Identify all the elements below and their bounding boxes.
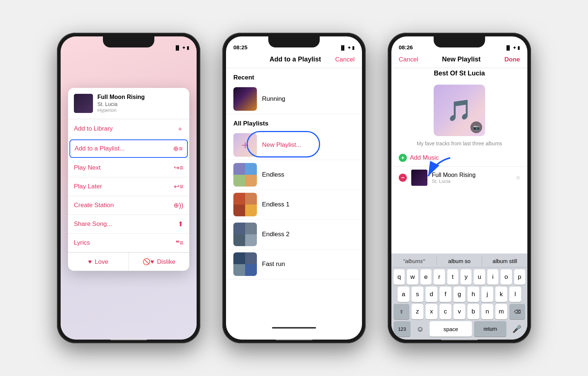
phone-3-screen: 08:26 ▐▌ ✦ ▮ Cancel New Playlist Done Be… [391, 36, 527, 340]
lyrics-icon: ❝≡ [176, 239, 183, 247]
running-label: Running [262, 95, 285, 103]
heart-icon: ♥ [88, 258, 92, 266]
new-playlist-item[interactable]: ＋ New Playlist... [226, 130, 362, 160]
lyrics-item[interactable]: Lyrics ❝≡ [68, 234, 189, 252]
key-b[interactable]: b [467, 304, 479, 319]
key-shift[interactable]: ⇧ [394, 304, 409, 319]
plus-icon: ＋ [177, 124, 183, 133]
fastrun-label: Fast run [262, 260, 285, 268]
playlist-title: Best Of St Lucia [391, 68, 527, 80]
key-l[interactable]: l [509, 287, 521, 302]
key-v[interactable]: v [453, 304, 465, 319]
thumb-cell-11 [233, 234, 245, 246]
key-r[interactable]: r [434, 269, 445, 285]
thumb-cell-8 [245, 205, 257, 216]
nav-title-3: New Playlist [442, 56, 481, 63]
remove-track-button[interactable]: − [399, 174, 407, 182]
key-f[interactable]: f [440, 287, 451, 302]
thumb-cell-13 [233, 252, 245, 264]
phone-2: 08:25 ▐▌ ✦ ▮ Add to a Playlist Cancel Re… [222, 33, 366, 343]
playlist-add-icon: ⊕≡ [173, 145, 183, 153]
thumb-cell-6 [245, 193, 257, 205]
thumb-cell-12 [245, 234, 257, 246]
kb-row-1: q w e r t y u i o p [391, 267, 527, 285]
key-n[interactable]: n [481, 304, 493, 319]
add-to-playlist-item[interactable]: Add to a Playlist... ⊕≡ [69, 139, 188, 158]
thumb-cell-10 [245, 223, 257, 234]
key-m[interactable]: m [495, 304, 507, 319]
add-music-label: Add Music [410, 154, 439, 162]
status-icons-2: ▐▌ ✦ ▮ [340, 45, 355, 50]
mic-key[interactable]: 🎤 [509, 324, 525, 333]
key-t[interactable]: t [447, 269, 458, 285]
key-e[interactable]: e [420, 269, 431, 285]
status-icons-3: ▐▌ ✦ ▮ [505, 45, 520, 50]
key-j[interactable]: j [481, 287, 493, 302]
key-w[interactable]: w [407, 269, 418, 285]
keyboard: "albums" album so album still q w e r t … [391, 253, 527, 340]
key-k[interactable]: k [495, 287, 507, 302]
key-i[interactable]: i [487, 269, 498, 285]
endless-item[interactable]: Endless [226, 160, 362, 190]
endless1-item[interactable]: Endless 1 [226, 190, 362, 220]
love-button[interactable]: ♥ Love [68, 253, 129, 271]
dislike-label: Dislike [157, 258, 175, 266]
key-d[interactable]: d [426, 287, 437, 302]
home-indicator-1 [110, 339, 147, 340]
key-g[interactable]: g [453, 287, 465, 302]
add-library-label: Add to Library [74, 125, 113, 132]
emoji-key[interactable]: ☺ [413, 325, 427, 333]
playlist-description: My fave tracks from last three albums [391, 141, 527, 149]
share-song-item[interactable]: Share Song... ⬆ [68, 215, 189, 234]
dislike-icon: 🚫♥ [143, 258, 154, 266]
thumb-cell-14 [245, 252, 257, 264]
thumb-cell-7 [233, 205, 245, 216]
thumb-cell-9 [233, 223, 245, 234]
new-playlist-label: New Playlist... [262, 141, 301, 149]
cancel-button-3[interactable]: Cancel [399, 56, 418, 63]
track-row: − Full Moon Rising St. Lucia ≡ [391, 167, 527, 189]
endless2-item[interactable]: Endless 2 [226, 220, 362, 249]
key-o[interactable]: o [501, 269, 512, 285]
phone-1-screen: ▐▌ ✦ ▮ ▶ Full Moon Rising St. Lucia Hype… [61, 36, 197, 340]
kb-row-3: ⇧ z x c v b n m ⌫ [391, 302, 527, 319]
add-to-library-item[interactable]: Add to Library ＋ [68, 119, 189, 139]
autocomplete-item-3[interactable]: album still [482, 256, 527, 266]
dislike-button[interactable]: 🚫♥ Dislike [129, 253, 190, 271]
fastrun-item[interactable]: Fast run [226, 249, 362, 279]
key-u[interactable]: u [474, 269, 485, 285]
recent-header: Recent [226, 68, 362, 84]
camera-icon: 📷 [470, 121, 482, 133]
recent-running-item[interactable]: Running [226, 84, 362, 114]
create-station-item[interactable]: Create Station ⊕)) [68, 196, 189, 215]
add-music-row[interactable]: + Add Music [391, 149, 527, 167]
status-time-3: 08:26 [399, 44, 413, 50]
drag-handle[interactable]: ≡ [516, 174, 520, 182]
cancel-button-2[interactable]: Cancel [335, 56, 355, 63]
key-h[interactable]: h [467, 287, 479, 302]
key-num[interactable]: 123 [394, 321, 410, 337]
fastrun-thumb [233, 252, 257, 276]
thumb-cell-4 [245, 175, 257, 187]
nav-header-2: Add to a Playlist Cancel [226, 53, 362, 68]
key-x[interactable]: x [426, 304, 437, 319]
key-z[interactable]: z [412, 304, 423, 319]
autocomplete-item-2[interactable]: album so [437, 256, 483, 266]
key-s[interactable]: s [412, 287, 423, 302]
new-playlist-cover[interactable]: 🎵 📷 [434, 85, 485, 136]
autocomplete-item-1[interactable]: "albums" [391, 256, 437, 266]
home-indicator-3 [441, 339, 478, 340]
play-later-item[interactable]: Play Later ↩≡ [68, 177, 189, 196]
key-y[interactable]: y [460, 269, 472, 285]
key-p[interactable]: p [514, 269, 525, 285]
key-space[interactable]: space [430, 321, 472, 337]
key-a[interactable]: a [398, 287, 409, 302]
key-return[interactable]: return [474, 321, 506, 337]
new-playlist-container: ＋ New Playlist... [226, 130, 362, 160]
key-q[interactable]: q [394, 269, 405, 285]
key-c[interactable]: c [440, 304, 451, 319]
done-button-3[interactable]: Done [505, 56, 520, 63]
add-playlist-label: Add to a Playlist... [75, 145, 125, 152]
key-delete[interactable]: ⌫ [509, 304, 525, 319]
play-next-item[interactable]: Play Next ↪≡ [68, 159, 189, 177]
